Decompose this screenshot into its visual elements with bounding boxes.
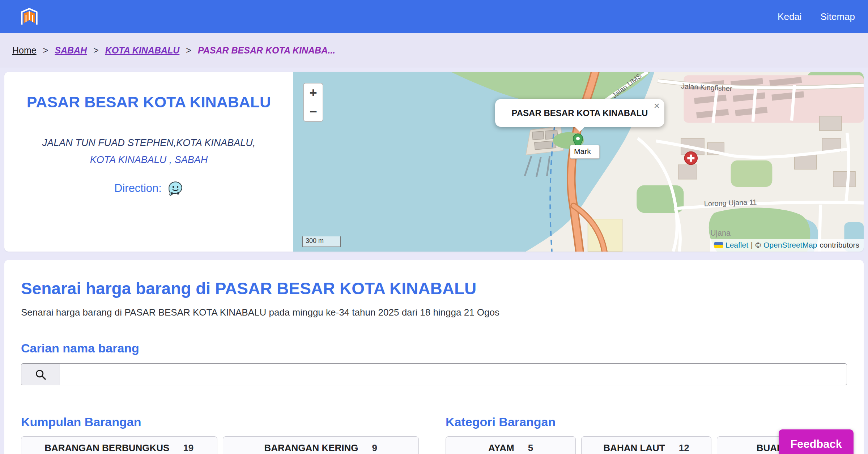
address-line-1: JALAN TUN FUAD STEPHEN,KOTA KINABALU, <box>42 134 256 151</box>
breadcrumb-sabah-link[interactable]: SABAH <box>55 45 87 56</box>
price-list-card: Senarai harga barang di PASAR BESAR KOTA… <box>4 260 864 454</box>
group-item-barangan-kering[interactable]: BARANGAN KERING 9 <box>223 436 419 454</box>
nav-kedai-link[interactable]: Kedai <box>778 11 802 22</box>
group-item-label: BARANGAN KERING <box>264 442 358 454</box>
breadcrumb-separator: > <box>93 45 99 56</box>
hospital-icon <box>685 152 697 164</box>
groups-heading: Kumpulan Barangan <box>21 415 419 429</box>
direction-row: Direction: <box>114 181 183 196</box>
group-item-count: 9 <box>372 442 377 454</box>
attribution-separator: | <box>751 241 753 249</box>
attribution-copyright: © <box>756 241 761 249</box>
item-lists: Kumpulan Barangan BARANGAN BERBUNGKUS 19… <box>21 415 847 454</box>
category-item-count: 5 <box>528 442 533 454</box>
osm-link[interactable]: OpenStreetMap <box>763 241 817 249</box>
category-item-ayam[interactable]: AYAM 5 <box>446 436 576 454</box>
place-card: PASAR BESAR KOTA KINABALU JALAN TUN FUAD… <box>4 72 864 252</box>
price-list-subtitle: Senarai harga barang di PASAR BESAR KOTA… <box>21 307 847 318</box>
breadcrumb-home-link[interactable]: Home <box>12 45 37 56</box>
price-list-heading: Senarai harga barang di PASAR BESAR KOTA… <box>21 279 847 298</box>
map-attribution: Leaflet | © OpenStreetMap contributors <box>710 239 864 252</box>
search-bar <box>21 363 847 385</box>
breadcrumb-separator: > <box>186 45 191 56</box>
map-label-ujana: Ujana <box>710 229 731 237</box>
map-popup: PASAR BESAR KOTA KINABALU × <box>495 99 664 127</box>
search-icon <box>34 368 47 381</box>
waze-link[interactable] <box>167 181 183 196</box>
search-input[interactable] <box>60 364 847 385</box>
zoom-out-button[interactable]: − <box>304 102 323 121</box>
place-info-panel: PASAR BESAR KOTA KINABALU JALAN TUN FUAD… <box>4 72 293 252</box>
place-address: JALAN TUN FUAD STEPHEN,KOTA KINABALU, KO… <box>42 134 256 169</box>
popup-close-button[interactable]: × <box>654 100 660 112</box>
breadcrumb-current-page: PASAR BESAR KOTA KINABA... <box>198 45 335 56</box>
waze-icon <box>167 181 183 196</box>
groups-column: Kumpulan Barangan BARANGAN BERBUNGKUS 19… <box>21 415 419 454</box>
group-item-barangan-berbungkus[interactable]: BARANGAN BERBUNGKUS 19 <box>21 436 217 454</box>
logo-icon <box>18 5 41 28</box>
attribution-suffix: contributors <box>820 241 859 249</box>
category-item-count: 12 <box>679 442 689 454</box>
header-nav: Kedai Sitemap <box>778 11 855 22</box>
app-header: Kedai Sitemap <box>0 0 868 33</box>
map-scale: 300 m <box>302 236 341 247</box>
nav-sitemap-link[interactable]: Sitemap <box>821 11 855 22</box>
search-heading: Carian nama barang <box>21 341 847 355</box>
categories-heading: Kategori Barangan <box>446 415 847 429</box>
breadcrumb: Home > SABAH > KOTA KINABALU > PASAR BES… <box>0 33 868 68</box>
groups-items: BARANGAN BERBUNGKUS 19 BARANGAN KERING 9 <box>21 436 419 454</box>
category-item-label: AYAM <box>488 442 514 454</box>
category-item-bahan-laut[interactable]: BAHAN LAUT 12 <box>581 436 711 454</box>
site-logo[interactable] <box>18 5 41 28</box>
breadcrumb-kota-kinabalu-link[interactable]: KOTA KINABALU <box>105 45 180 56</box>
search-button[interactable] <box>21 364 60 385</box>
zoom-control: + − <box>303 83 323 122</box>
leaflet-link[interactable]: Leaflet <box>726 241 748 249</box>
group-item-label: BARANGAN BERBUNGKUS <box>44 442 169 454</box>
direction-label: Direction: <box>114 182 162 195</box>
address-line-2: KOTA KINABALU , SABAH <box>42 151 256 168</box>
map[interactable]: Jalan Kingfisher Jalan UMS Lorong Ujana … <box>293 72 864 252</box>
breadcrumb-separator: > <box>43 45 48 56</box>
marker-tooltip: Mark <box>570 145 600 159</box>
popup-title: PASAR BESAR KOTA KINABALU <box>512 108 648 118</box>
feedback-button[interactable]: Feedback <box>779 429 854 454</box>
ukraine-flag-icon <box>714 242 723 248</box>
place-title: PASAR BESAR KOTA KINABALU <box>27 93 271 111</box>
group-item-count: 19 <box>183 442 193 454</box>
zoom-in-button[interactable]: + <box>304 83 323 102</box>
category-item-label: BAHAN LAUT <box>603 442 665 454</box>
